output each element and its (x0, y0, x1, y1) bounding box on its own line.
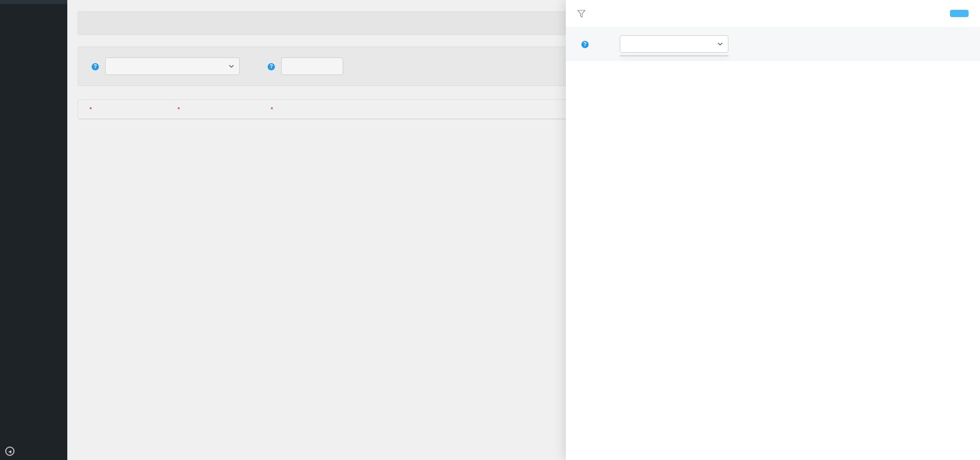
product-filter-drawer: ? (566, 0, 980, 460)
help-icon[interactable]: ? (92, 63, 99, 70)
main-content: ? ? * (67, 0, 980, 460)
close-button[interactable] (950, 10, 969, 17)
filter-icon (577, 9, 586, 18)
feed-type-select[interactable] (281, 57, 343, 75)
feed-type-label: ? (266, 62, 275, 70)
help-icon[interactable]: ? (268, 63, 275, 70)
products-label: ? (579, 40, 589, 48)
merchant-select[interactable] (105, 57, 240, 75)
collapse-icon: ◄ (5, 447, 14, 456)
merchant-label: ? (90, 62, 99, 70)
admin-sidebar: ◄ (0, 0, 67, 460)
products-select[interactable] (620, 35, 728, 53)
sidebar-submenu (0, 0, 67, 4)
help-icon[interactable]: ? (581, 41, 589, 48)
chevron-down-icon (229, 64, 234, 69)
products-dropdown (620, 55, 728, 56)
chevron-down-icon (718, 41, 723, 47)
collapse-menu[interactable]: ◄ (0, 442, 67, 460)
